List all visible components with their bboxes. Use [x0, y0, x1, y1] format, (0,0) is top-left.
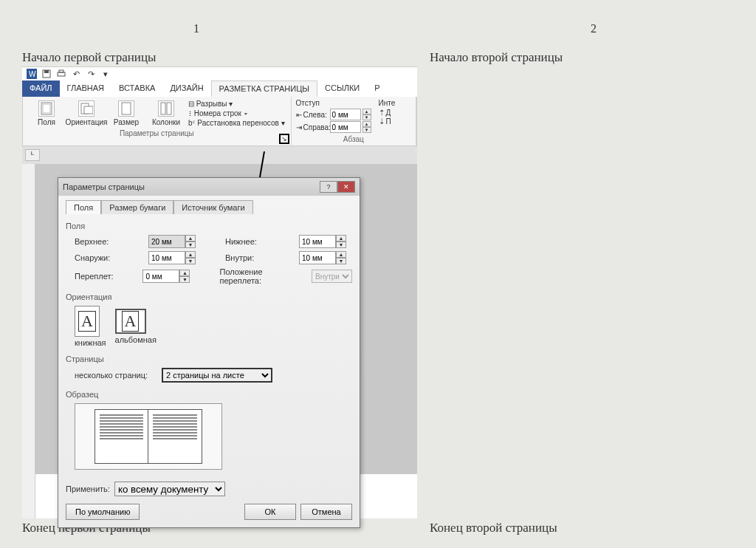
dlg-tab-paper[interactable]: Размер бумаги — [101, 200, 173, 214]
dialog-title: Параметры страницы — [63, 182, 145, 191]
orientation-portrait[interactable]: Aкнижная — [75, 306, 106, 347]
tab-insert[interactable]: ВСТАВКА — [111, 81, 162, 97]
tab-file[interactable]: ФАЙЛ — [22, 81, 60, 97]
spin-up[interactable]: ▲ — [185, 251, 196, 258]
label-gutter: Переплет: — [75, 272, 113, 281]
group-page-setup: Поля Ориентация Размер Колонки ⊟ Разрывы… — [23, 97, 292, 145]
qat-dropdown-icon[interactable]: ▾ — [100, 69, 111, 79]
dialog-tabs: Поля Размер бумаги Источник бумаги — [66, 200, 352, 214]
dialog-close-button[interactable]: ✕ — [337, 181, 355, 193]
ribbon: Поля Ориентация Размер Колонки ⊟ Разрывы… — [22, 97, 417, 146]
columns-button[interactable]: Колонки — [147, 99, 185, 128]
page-setup-dialog: Параметры страницы ? ✕ Поля Размер бумаг… — [58, 177, 360, 528]
spin-down[interactable]: ▼ — [185, 258, 196, 264]
orientation-button[interactable]: Ориентация — [67, 99, 106, 128]
tab-mailings-truncated[interactable]: Р — [367, 81, 387, 97]
dialog-help-button[interactable]: ? — [320, 181, 337, 193]
input-outside[interactable] — [148, 251, 185, 264]
margins-button[interactable]: Поля — [27, 99, 66, 128]
save-icon[interactable] — [41, 69, 52, 79]
label-top: Верхнее: — [75, 237, 119, 246]
select-apply-to[interactable]: ко всему документу — [114, 482, 225, 496]
label-outside: Снаружи: — [75, 253, 119, 262]
spin-up[interactable]: ▲ — [185, 235, 196, 242]
select-gutter-pos[interactable]: Внутри — [312, 270, 352, 283]
label-apply-to: Применить: — [66, 484, 110, 493]
group-pages: Страницы несколько страниц: 2 страницы н… — [66, 355, 352, 383]
group-margins-title: Поля — [66, 222, 352, 230]
label-gutter-pos: Положение переплета: — [219, 267, 282, 285]
input-bottom[interactable] — [299, 235, 336, 248]
label-page2-start: Начало второй страницы — [430, 50, 563, 65]
spin-up[interactable]: ▲ — [362, 121, 371, 127]
indent-left-icon: ⇤ — [296, 111, 302, 119]
spin-down[interactable]: ▼ — [362, 127, 371, 133]
redo-icon[interactable]: ↷ — [86, 69, 96, 79]
vertical-ruler[interactable] — [22, 164, 35, 518]
svg-rect-10 — [122, 103, 131, 114]
label-multi-pages: несколько страниц: — [75, 371, 156, 380]
select-multi-pages[interactable]: 2 страницы на листе — [162, 368, 272, 383]
tab-page-layout[interactable]: РАЗМЕТКА СТРАНИЦЫ — [211, 81, 317, 97]
spin-up[interactable]: ▲ — [179, 270, 190, 276]
group-margins: Поля Верхнее: ▲▼ Нижнее: ▲▼ Снаружи: ▲▼ … — [66, 222, 352, 285]
page-setup-more: ⊟ Разрывы ▾ ⫶ Номера строк ▾ bᶜ Расстано… — [187, 99, 286, 128]
group-preview-title: Образец — [66, 390, 352, 399]
spin-up[interactable]: ▲ — [336, 251, 346, 258]
input-inside[interactable] — [299, 251, 336, 264]
label-bottom: Нижнее: — [225, 237, 269, 246]
portrait-label: книжная — [75, 338, 106, 347]
spin-down[interactable]: ▼ — [336, 242, 346, 248]
ruler-corner[interactable]: L — [25, 149, 40, 161]
orientation-landscape[interactable]: Aальбомная — [115, 306, 157, 347]
svg-text:W: W — [29, 70, 36, 78]
page-number-2: 2 — [591, 22, 597, 35]
spin-down[interactable]: ▼ — [179, 276, 190, 283]
group-orientation: Ориентация Aкнижная Aальбомная — [66, 292, 352, 347]
label-page2-end: Конец второй страницы — [430, 521, 557, 535]
line-numbers-button[interactable]: ⫶ Номера строк ▾ — [187, 109, 286, 118]
dlg-tab-source[interactable]: Источник бумаги — [173, 200, 252, 214]
undo-icon[interactable]: ↶ — [71, 69, 81, 79]
print-icon[interactable] — [56, 69, 66, 79]
cancel-button[interactable]: Отмена — [300, 504, 352, 520]
breaks-button[interactable]: ⊟ Разрывы ▾ — [187, 99, 286, 109]
ribbon-tabs: ФАЙЛ ГЛАВНАЯ ВСТАВКА ДИЗАЙН РАЗМЕТКА СТР… — [22, 81, 417, 97]
svg-rect-12 — [167, 103, 171, 114]
spin-up[interactable]: ▲ — [362, 109, 371, 114]
indent-left-input[interactable] — [330, 109, 361, 120]
spin-down[interactable]: ▼ — [336, 258, 346, 264]
input-gutter[interactable] — [142, 270, 179, 283]
svg-rect-5 — [59, 70, 63, 72]
preview-box — [75, 403, 222, 470]
spin-up[interactable]: ▲ — [336, 235, 346, 242]
indent-right-icon: ⇥ — [296, 123, 302, 131]
dialog-titlebar[interactable]: Параметры страницы ? ✕ — [58, 178, 360, 196]
landscape-label: альбомная — [115, 335, 157, 344]
word-icon: W — [27, 69, 37, 79]
input-top[interactable] — [148, 235, 185, 248]
group-title-page-setup: Параметры страницы — [27, 128, 286, 140]
spin-down[interactable]: ▼ — [362, 114, 371, 120]
ok-button[interactable]: ОК — [244, 504, 296, 520]
page-number-1: 1 — [193, 22, 199, 35]
page-setup-launcher[interactable]: ↘ — [279, 134, 289, 144]
label-inside: Внутри: — [225, 253, 269, 262]
tab-design[interactable]: ДИЗАЙН — [162, 81, 210, 97]
dlg-tab-fields[interactable]: Поля — [66, 200, 101, 214]
hyphenation-button[interactable]: bᶜ Расстановка переносов ▾ — [187, 118, 286, 128]
group-preview: Образец — [66, 390, 352, 470]
group-paragraph: Отступ ⇤Слева:▲▼ ⇥Справа:▲▼ Инте ⇡Д ⇣П А… — [292, 97, 416, 145]
default-button[interactable]: По умолчанию — [66, 504, 140, 520]
indent-block: Отступ ⇤Слева:▲▼ ⇥Справа:▲▼ — [296, 99, 371, 134]
indent-right-input[interactable] — [330, 121, 361, 133]
svg-rect-4 — [58, 72, 65, 76]
tab-references[interactable]: ССЫЛКИ — [317, 81, 367, 97]
group-title-paragraph: Абзац — [296, 134, 411, 145]
tab-home[interactable]: ГЛАВНАЯ — [60, 81, 111, 97]
svg-rect-3 — [44, 70, 49, 73]
size-button[interactable]: Размер — [107, 99, 145, 128]
spin-down[interactable]: ▼ — [185, 242, 196, 248]
svg-rect-11 — [161, 103, 165, 114]
apply-to-row: Применить: ко всему документу — [66, 482, 352, 496]
